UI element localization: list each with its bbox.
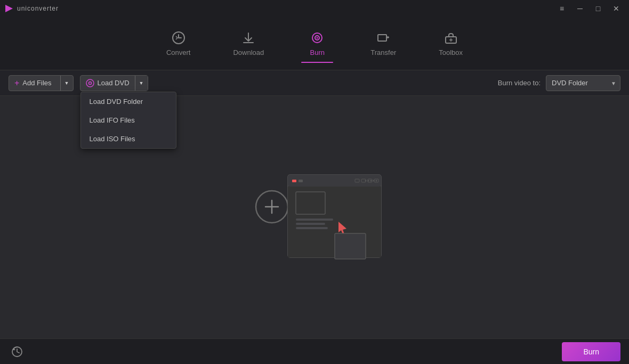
svg-rect-17	[299, 180, 303, 182]
nav-item-transfer[interactable]: Transfer	[360, 26, 407, 61]
svg-point-25	[373, 180, 375, 181]
dvd-icon	[86, 79, 94, 87]
load-dvd-wrapper: Load DVD ▼ Load DVD Folder Load IFO File…	[80, 75, 148, 91]
maximize-button[interactable]: □	[590, 2, 607, 15]
burn-video-to: Burn video to: DVD Folder DVD Disc Blu-r…	[498, 75, 620, 91]
add-files-dropdown[interactable]: ▼	[60, 76, 73, 91]
app-logo: uniconverter	[4, 4, 59, 13]
dropdown-item-load-iso-files[interactable]: Load ISO Files	[81, 130, 176, 148]
chevron-down-icon: ▼	[64, 80, 69, 86]
nav-label-transfer: Transfer	[370, 48, 396, 56]
add-files-label: Add Files	[22, 79, 51, 87]
history-icon	[11, 346, 23, 358]
nav-label-download: Download	[233, 48, 264, 56]
toolbar: + Add Files ▼ Load DVD ▼ Load DVD Folder…	[0, 70, 629, 96]
svg-rect-29	[296, 219, 333, 221]
nav-label-toolbox: Toolbox	[439, 48, 463, 56]
burn-video-to-label: Burn video to:	[498, 79, 541, 87]
download-icon	[241, 30, 256, 45]
burn-icon	[310, 30, 325, 45]
load-dvd-dropdown-menu: Load DVD Folder Load IFO Files Load ISO …	[80, 92, 176, 149]
nav-label-burn: Burn	[310, 48, 325, 56]
minimize-button[interactable]: ─	[571, 2, 588, 15]
bottombar: Burn	[0, 338, 629, 364]
nav-item-download[interactable]: Download	[222, 26, 275, 61]
convert-icon	[171, 30, 186, 45]
svg-rect-30	[296, 223, 325, 225]
svg-point-26	[376, 180, 377, 181]
svg-rect-31	[296, 227, 328, 229]
svg-point-24	[370, 180, 372, 181]
svg-point-22	[365, 180, 367, 181]
add-files-button[interactable]: + Add Files ▼	[9, 75, 74, 91]
titlebar: uniconverter ≡ ─ □ ✕	[0, 0, 629, 17]
svg-marker-0	[5, 5, 13, 12]
load-dvd-dropdown-arrow[interactable]: ▼	[135, 76, 148, 91]
nav-item-convert[interactable]: Convert	[156, 26, 201, 61]
svg-rect-5	[378, 35, 386, 41]
dropdown-item-load-ifo-files[interactable]: Load IFO Files	[81, 111, 176, 130]
burn-target-select[interactable]: DVD Folder DVD Disc Blu-ray Folder Blu-r…	[546, 75, 620, 91]
svg-point-23	[368, 180, 369, 181]
window-controls: ≡ ─ □ ✕	[553, 2, 625, 15]
svg-point-4	[317, 37, 318, 39]
svg-point-10	[88, 82, 91, 84]
dropdown-item-load-dvd-folder[interactable]: Load DVD Folder	[81, 92, 176, 111]
nav-label-convert: Convert	[166, 48, 191, 56]
svg-point-9	[86, 79, 94, 87]
transfer-icon	[376, 30, 391, 45]
chevron-down-icon-dvd: ▼	[139, 80, 144, 86]
burn-target-select-wrapper: DVD Folder DVD Disc Blu-ray Folder Blu-r…	[546, 75, 620, 91]
menu-button[interactable]: ≡	[553, 2, 570, 15]
navbar: Convert Download Burn	[0, 17, 629, 70]
app-name: uniconverter	[17, 5, 59, 12]
nav-item-burn[interactable]: Burn	[296, 26, 338, 61]
load-dvd-label: Load DVD	[98, 79, 130, 87]
svg-rect-33	[335, 233, 366, 259]
burn-button[interactable]: Burn	[562, 342, 620, 361]
close-button[interactable]: ✕	[608, 2, 625, 15]
toolbox-icon	[443, 30, 458, 45]
nav-item-toolbox[interactable]: Toolbox	[428, 26, 473, 61]
logo-icon	[4, 4, 14, 13]
plus-icon: +	[14, 78, 19, 88]
svg-rect-16	[292, 180, 296, 182]
history-button[interactable]	[9, 343, 26, 360]
empty-state-illustration	[240, 164, 389, 271]
load-dvd-button[interactable]: Load DVD	[80, 76, 135, 91]
